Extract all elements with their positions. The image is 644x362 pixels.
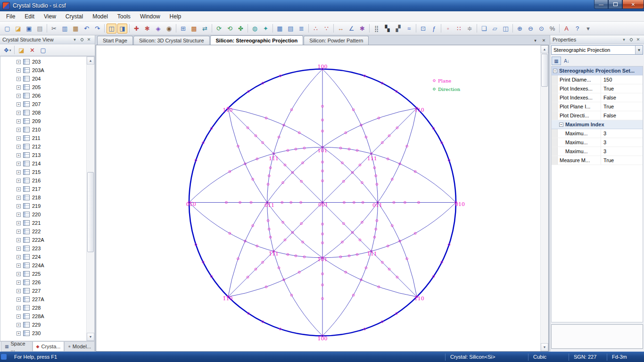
cut-icon[interactable]: ✂	[49, 24, 59, 33]
tree-item-226[interactable]: +226	[0, 278, 86, 287]
alphabetical-button[interactable]: A↓	[562, 57, 571, 65]
menu-crystal[interactable]: Crystal	[61, 12, 88, 21]
expand-icon[interactable]: +	[17, 255, 21, 259]
scroll-down-icon[interactable]: ▼	[87, 333, 94, 341]
expand-icon[interactable]: +	[17, 280, 21, 285]
print-icon[interactable]: ▤	[35, 24, 45, 33]
annotate-icon[interactable]: ✱	[357, 24, 367, 33]
zoom-out-icon[interactable]: ⊖	[526, 24, 536, 33]
property-name[interactable]: Plot Indexes...	[558, 93, 601, 102]
expand-icon[interactable]: +	[17, 204, 21, 208]
maximize-button[interactable]	[608, 0, 622, 9]
property-row[interactable]: Maximu...3	[552, 129, 643, 138]
panel-tab-space[interactable]: ▦Space ...	[1, 342, 33, 352]
document-tab-silicon-stereographic-projection[interactable]: Silicon: Stereographic Projection	[210, 35, 304, 45]
new-structure-button[interactable]: ▢	[38, 45, 48, 55]
menu-model[interactable]: Model	[88, 12, 113, 21]
property-row[interactable]: Maximu...3	[552, 138, 643, 147]
formula-icon[interactable]: ƒ	[429, 24, 439, 33]
expand-icon[interactable]: +	[17, 187, 21, 191]
expand-icon[interactable]: +	[17, 306, 21, 310]
cluster-icon[interactable]: ∵	[322, 24, 331, 33]
scroll-up-icon[interactable]: ▲	[541, 45, 548, 53]
close-button[interactable]: ✕	[622, 0, 644, 9]
data-table-icon[interactable]: ▦	[275, 24, 285, 33]
refresh-icon[interactable]: ⟳	[214, 24, 224, 33]
tree-item-203A[interactable]: +203A	[0, 66, 86, 74]
render-quality-icon[interactable]: ◍	[250, 24, 260, 33]
stereographic-projection-canvas[interactable]: 1001̅0001001̅000111011̅01̅101̅1̅001101̅1…	[96, 45, 549, 352]
property-object-selector[interactable]: Stereographic Projection ▼	[551, 45, 643, 55]
tree-item-221[interactable]: +221	[0, 219, 86, 227]
property-value[interactable]: 3	[601, 129, 643, 138]
spectrum-icon[interactable]: ≈	[404, 24, 414, 33]
tree-item-228A[interactable]: +228A	[0, 312, 86, 321]
property-row[interactable]: Measure M...True	[552, 156, 643, 165]
tree-item-214[interactable]: +214	[0, 159, 86, 168]
canvas-scrollbar-thumb[interactable]	[541, 54, 548, 87]
tree-item-222[interactable]: +222	[0, 227, 86, 236]
tree-item-222A[interactable]: +222A	[0, 236, 86, 244]
expand-icon[interactable]: +	[17, 314, 21, 319]
tree-item-212[interactable]: +212	[0, 142, 86, 151]
expand-icon[interactable]: +	[17, 331, 21, 336]
open-structure-button[interactable]: ◪	[17, 45, 26, 55]
property-value[interactable]: True	[601, 156, 643, 165]
slider-tool-icon[interactable]: ≑	[465, 24, 475, 33]
transform-icon[interactable]: ⇄	[200, 24, 210, 33]
property-value[interactable]: True	[601, 102, 643, 111]
select-points-icon[interactable]: ∷	[454, 24, 464, 33]
projection-view-icon[interactable]: ◫	[107, 24, 116, 33]
tree-item-227A[interactable]: +227A	[0, 295, 86, 304]
render-view-icon[interactable]: ◨	[117, 24, 127, 33]
tree-item-213[interactable]: +213	[0, 151, 86, 159]
powder-pattern-icon[interactable]: ⣿	[372, 24, 381, 33]
property-value[interactable]: True	[601, 84, 643, 93]
expand-icon[interactable]: +	[17, 272, 21, 276]
expand-icon[interactable]: +	[17, 145, 21, 149]
property-row[interactable]: Maximu...3	[552, 147, 643, 156]
expand-icon[interactable]: +	[17, 60, 21, 64]
bonds-icon[interactable]: ✱	[142, 24, 152, 33]
property-category[interactable]: −Stereographic Projection Set...	[552, 66, 643, 75]
measure-angle-icon[interactable]: ∠	[347, 24, 356, 33]
redo-icon[interactable]: ↷	[92, 24, 102, 33]
property-row[interactable]: Plot Plane I...True	[552, 102, 643, 111]
property-value[interactable]: 3	[601, 147, 643, 156]
expand-icon[interactable]: +	[17, 102, 21, 107]
tree-item-228[interactable]: +228	[0, 304, 86, 312]
structure-style-button[interactable]: ❖▾	[2, 45, 12, 55]
minimize-button[interactable]: —	[594, 0, 608, 9]
property-row[interactable]: Plot Directi...False	[552, 111, 643, 120]
paste-icon[interactable]: ▦	[71, 24, 81, 33]
document-tab-start-page[interactable]: Start Page	[97, 36, 133, 45]
property-row[interactable]: Plot Indexes...False	[552, 93, 643, 102]
help-icon[interactable]: ?	[572, 24, 582, 33]
tree-item-217[interactable]: +217	[0, 185, 86, 193]
tree-item-220[interactable]: +220	[0, 210, 86, 219]
collapse-icon[interactable]: −	[559, 123, 563, 127]
menu-window[interactable]: Window	[135, 12, 165, 21]
document-tab-silicon-3d-crystal-structure[interactable]: Silicon: 3D Crystal Structure	[133, 36, 210, 45]
add-atom-icon[interactable]: ✚	[132, 24, 141, 33]
pack-cell-icon[interactable]: ▩	[189, 24, 199, 33]
tree-item-209[interactable]: +209	[0, 117, 86, 125]
document-tab-silicon-powder-pattern[interactable]: Silicon: Powder Pattern	[304, 36, 369, 45]
tree-item-210[interactable]: +210	[0, 125, 86, 134]
measure-distance-icon[interactable]: ↔	[336, 24, 346, 33]
expand-icon[interactable]: +	[17, 68, 21, 73]
property-value[interactable]: False	[601, 93, 643, 102]
copy-icon[interactable]: ▥	[60, 24, 70, 33]
molecule-icon[interactable]: ∴	[311, 24, 321, 33]
property-value[interactable]: 3	[601, 138, 643, 147]
property-row[interactable]: Plot Indexes...True	[552, 84, 643, 93]
expand-icon[interactable]: +	[17, 170, 21, 174]
close-icon[interactable]: ✕	[635, 36, 642, 43]
scroll-down-icon[interactable]: ▼	[541, 343, 548, 351]
expand-icon[interactable]: +	[17, 179, 21, 183]
property-row[interactable]: Print Diame...150	[552, 75, 643, 84]
pin-icon[interactable]	[627, 36, 635, 43]
tree-item-224A[interactable]: +224A	[0, 261, 86, 270]
property-name[interactable]: Maximu...	[558, 147, 601, 156]
collapse-icon[interactable]: −	[553, 69, 557, 73]
